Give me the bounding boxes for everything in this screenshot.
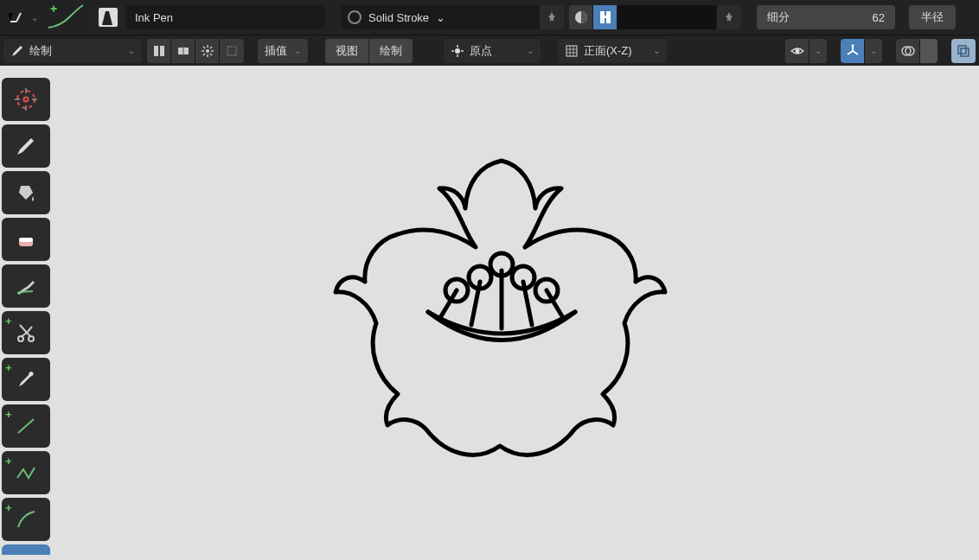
- mode-dropdown[interactable]: 绘制 ⌄: [3, 39, 142, 63]
- view-draw-group: 视图 绘制: [325, 39, 413, 63]
- subdivision-input[interactable]: 细分 62: [757, 5, 895, 29]
- grid-icon: [565, 44, 579, 58]
- svg-point-8: [206, 49, 209, 53]
- material-name-label: Solid Stroke: [368, 11, 429, 24]
- plus-icon: +: [5, 361, 12, 374]
- svg-rect-5: [154, 46, 158, 56]
- interpolation-label: 插值: [265, 43, 287, 59]
- overlay-icon-button[interactable]: [896, 39, 920, 63]
- pivot-2-icon-button[interactable]: [171, 39, 195, 63]
- color-swatch[interactable]: [617, 5, 717, 29]
- canvas-artwork: [329, 143, 675, 489]
- svg-rect-15: [958, 46, 966, 54]
- chevron-down-icon: ⌄: [294, 46, 301, 55]
- stroke-circle-icon: [348, 10, 362, 24]
- header-row-1: ⌄ + Solid Stroke ⌄: [0, 0, 979, 35]
- color-mode-group: [569, 5, 741, 29]
- interpolation-dropdown[interactable]: 插值 ⌄: [258, 39, 308, 63]
- svg-rect-4: [600, 16, 611, 18]
- subdivision-label: 细分: [767, 10, 790, 25]
- mode-label: 绘制: [29, 43, 52, 59]
- subdivision-value: 62: [873, 11, 885, 24]
- overlay-group: [896, 39, 937, 63]
- draw-mode-icon: [10, 44, 24, 58]
- brush-curve-preview[interactable]: +: [43, 3, 85, 31]
- view-label: 视图: [336, 43, 358, 59]
- svg-rect-16: [961, 48, 969, 56]
- draw-tool-button[interactable]: [2, 124, 50, 168]
- origin-icon: [451, 44, 464, 58]
- draw-button[interactable]: 绘制: [368, 39, 413, 63]
- svg-point-12: [795, 48, 799, 53]
- xray-icon-button[interactable]: [951, 39, 976, 63]
- radius-button[interactable]: 半径: [909, 5, 956, 29]
- view-button[interactable]: 视图: [325, 39, 368, 63]
- pivot-4-icon-button[interactable]: [220, 39, 244, 63]
- visibility-option-button[interactable]: ⌄: [809, 39, 827, 63]
- chevron-down-icon: ⌄: [436, 11, 445, 24]
- material-mode-icon-button[interactable]: [593, 5, 617, 29]
- plus-icon: +: [5, 455, 12, 468]
- gizmo-option-button[interactable]: ⌄: [865, 39, 882, 63]
- pivot-3-icon-button[interactable]: [195, 39, 220, 63]
- brush-preset-icon-button[interactable]: [90, 5, 126, 29]
- visibility-icon-button[interactable]: [785, 39, 809, 63]
- curve-tool-button-active[interactable]: [2, 544, 50, 555]
- pivot-group: [147, 39, 244, 63]
- visibility-group: ⌄: [785, 39, 827, 63]
- orientation-dropdown[interactable]: 正面(X-Z) ⌄: [558, 39, 667, 63]
- chevron-down-icon: ⌄: [527, 46, 534, 55]
- plus-icon: +: [5, 408, 12, 421]
- tint-tool-button[interactable]: [2, 264, 50, 308]
- svg-point-18: [24, 98, 29, 102]
- toolbar-left: + + + +: [2, 78, 50, 555]
- pivot-1-icon-button[interactable]: [147, 39, 171, 63]
- chevron-down-icon: ⌄: [653, 46, 660, 55]
- gizmo-group: ⌄: [841, 39, 882, 63]
- origin-label: 原点: [470, 43, 492, 59]
- add-plus-icon: +: [50, 2, 57, 16]
- draw-label: 绘制: [380, 43, 402, 59]
- svg-rect-20: [19, 238, 33, 242]
- header-row-2: 绘制 ⌄ 插值 ⌄ 视图 绘制 原点: [0, 35, 979, 66]
- chevron-down-icon: ⌄: [128, 46, 135, 55]
- vertex-color-icon-button[interactable]: [569, 5, 593, 29]
- material-dropdown[interactable]: Solid Stroke ⌄: [341, 5, 540, 29]
- line-tool-button[interactable]: +: [2, 404, 50, 448]
- overlay-option-button[interactable]: [920, 39, 937, 63]
- origin-dropdown[interactable]: 原点 ⌄: [444, 39, 541, 63]
- material-pin-button[interactable]: [540, 5, 564, 29]
- brush-name-input[interactable]: [126, 5, 325, 29]
- color-pin-button[interactable]: [717, 5, 741, 29]
- gizmo-icon-button[interactable]: [841, 39, 865, 63]
- canvas-main[interactable]: + + + +: [0, 66, 979, 560]
- arc-tool-button[interactable]: +: [2, 498, 50, 541]
- erase-tool-button[interactable]: [2, 218, 50, 261]
- plus-icon: +: [5, 315, 12, 328]
- radius-label: 半径: [921, 10, 944, 25]
- svg-rect-11: [566, 46, 577, 56]
- plus-icon: +: [5, 501, 12, 514]
- cursor-tool-button[interactable]: [2, 78, 50, 121]
- eyedropper-tool-button[interactable]: +: [2, 358, 50, 401]
- polyline-tool-button[interactable]: +: [2, 451, 50, 494]
- orientation-label: 正面(X-Z): [584, 43, 632, 59]
- svg-point-10: [455, 48, 460, 54]
- offset-icon-button[interactable]: [3, 4, 29, 30]
- cutter-tool-button[interactable]: +: [2, 311, 50, 354]
- svg-rect-6: [160, 46, 164, 56]
- svg-rect-9: [227, 47, 236, 55]
- fill-tool-button[interactable]: [2, 171, 50, 214]
